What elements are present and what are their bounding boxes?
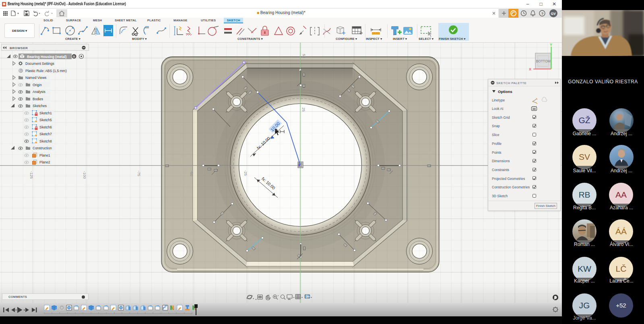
svg-text:-75: -75 — [137, 171, 141, 176]
svg-text:Bearing Housing (metal): Bearing Housing (metal) — [27, 55, 66, 59]
svg-text:SKETCH PALETTE: SKETCH PALETTE — [496, 81, 526, 85]
svg-text:BOTTOM: BOTTOM — [536, 59, 550, 63]
svg-text:Plastic Rule: ABS (1,5 mm): Plastic Rule: ABS (1,5 mm) — [25, 69, 67, 73]
svg-text:Bodies: Bodies — [33, 97, 43, 101]
svg-text:Sketch8: Sketch8 — [39, 139, 52, 143]
svg-text:Named Views: Named Views — [25, 76, 46, 80]
svg-text:X: X — [529, 67, 531, 71]
svg-text:Dimensions: Dimensions — [492, 159, 510, 163]
svg-text:Sketch5: Sketch5 — [39, 118, 52, 122]
svg-text:Constraints: Constraints — [492, 168, 509, 172]
svg-text:50: 50 — [302, 54, 306, 58]
svg-text:Sketch7: Sketch7 — [39, 132, 52, 136]
svg-text:Profile: Profile — [492, 142, 502, 146]
svg-text:Origin: Origin — [33, 83, 42, 87]
svg-text:Options: Options — [498, 89, 512, 94]
svg-text:Linetype: Linetype — [492, 98, 505, 102]
svg-text:BROWSER: BROWSER — [10, 46, 28, 50]
svg-text:Sketch1: Sketch1 — [39, 111, 52, 115]
svg-text:25: 25 — [301, 107, 306, 112]
svg-text:Slice: Slice — [492, 133, 500, 137]
svg-text:Projected Geometries: Projected Geometries — [492, 177, 525, 181]
svg-text:Plane1: Plane1 — [39, 153, 50, 157]
svg-text:Sketches: Sketches — [33, 104, 47, 108]
svg-text:Snap: Snap — [492, 124, 500, 128]
svg-text:GV: GV — [551, 12, 556, 16]
svg-text:Look At: Look At — [492, 107, 504, 111]
svg-text:Sketch Grid: Sketch Grid — [492, 116, 510, 120]
svg-text:Construction Geometries: Construction Geometries — [492, 185, 530, 189]
svg-text:-50: -50 — [190, 171, 194, 176]
svg-text:Points: Points — [492, 151, 502, 155]
svg-text:Plane2: Plane2 — [39, 160, 50, 164]
svg-text:Y: Y — [550, 43, 552, 47]
svg-text:Construction: Construction — [33, 146, 52, 150]
svg-text:Analysis: Analysis — [33, 90, 45, 94]
svg-text:Sketch6: Sketch6 — [39, 125, 52, 129]
svg-text:G: G — [73, 55, 75, 58]
svg-text:3D Sketch: 3D Sketch — [492, 194, 508, 198]
svg-text:?: ? — [541, 11, 544, 16]
svg-text:Document Settings: Document Settings — [25, 62, 54, 66]
svg-text:-25: -25 — [244, 170, 248, 176]
